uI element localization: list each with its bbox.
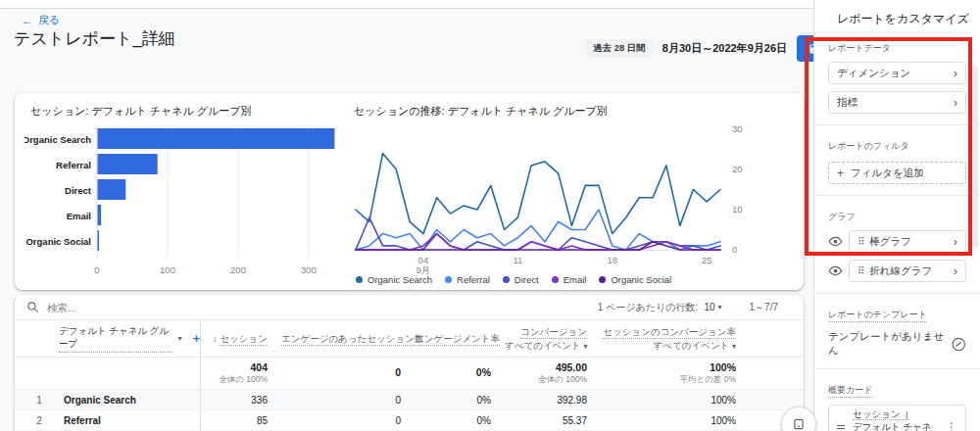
metric-column-header[interactable]: コンバージョンすべてのイベント ▾ xyxy=(505,325,601,353)
bar-category-label: Direct xyxy=(65,185,92,196)
legend-item[interactable]: Direct xyxy=(503,274,539,285)
dimensions-button[interactable]: ディメンション › xyxy=(828,62,966,84)
table-row[interactable]: 1Organic Search33600%392.98100% xyxy=(15,390,804,410)
graph-section-label: グラフ xyxy=(828,211,966,223)
report-data-section-label: レポートデータ xyxy=(828,42,966,55)
row-metric-value: 85 xyxy=(201,415,281,426)
line-series-organic-search[interactable] xyxy=(356,154,720,234)
line-chart-legend: Organic SearchReferralDirectEmailOrganic… xyxy=(356,274,671,285)
line-x-tick: 25 xyxy=(702,255,712,265)
caret-down-icon: ▾ xyxy=(732,342,736,351)
metric-column-sublabel: すべてのイベント ▾ xyxy=(601,339,736,353)
charts-card: セッション: デフォルト チャネル グループ別 セッションの推移: デフォルト … xyxy=(15,93,804,290)
customize-panel-title-text: レポートをカスタマイズ xyxy=(837,11,969,27)
metric-column-header[interactable]: エンゲージメント率 xyxy=(415,332,505,346)
table-header-row: デフォルト チャネル グループ ▾ + ↓ セッションエンゲージのあったセッショ… xyxy=(15,320,804,358)
row-number: 1 xyxy=(15,395,64,406)
back-label: 戻る xyxy=(38,13,60,27)
dimension-column-header[interactable]: デフォルト チャネル グループ ▾ + xyxy=(15,320,201,357)
bar-graph-label: 棒グラフ xyxy=(869,235,947,249)
totals-subvalue: 全体の 100% xyxy=(201,374,268,385)
row-metric-value: 392.98 xyxy=(505,395,601,406)
legend-label: Referral xyxy=(457,274,490,285)
date-range-text[interactable]: 8月30日～2022年9月26日 xyxy=(662,41,787,56)
legend-item[interactable]: Referral xyxy=(445,274,490,285)
legend-dot xyxy=(356,276,363,283)
drag-icon[interactable] xyxy=(835,421,847,431)
bar-direct[interactable] xyxy=(98,179,126,200)
totals-value: 100% xyxy=(601,361,736,375)
table-row[interactable]: 2Referral8500%55.37100% xyxy=(15,410,804,431)
add-dimension-button[interactable]: + xyxy=(192,331,200,346)
legend-dot xyxy=(599,276,606,283)
bar-graph-row: ⠿ 棒グラフ › xyxy=(828,230,966,253)
table-card: 1 ページあたりの行数: 10 ▾ 1～7/7 デフォルト チャネル グループ … xyxy=(15,295,804,431)
page-title: テストレポート_詳細 xyxy=(14,27,175,50)
row-metric-value: 0 xyxy=(281,415,415,426)
line-series-email[interactable] xyxy=(356,234,720,250)
rows-per-page-label: 1 ページあたりの行数: xyxy=(598,301,699,314)
dimensions-label: ディメンション xyxy=(837,67,954,80)
line-graph-row: ⠿ 折れ線グラフ › xyxy=(828,260,966,282)
totals-cell: 0% xyxy=(415,366,505,380)
row-channel-name: Organic Search xyxy=(64,395,136,406)
summary-card-line2: デフォルト チャネル グ… ） xyxy=(853,421,931,431)
metric-column-header[interactable]: エンゲージのあったセッション数 xyxy=(281,332,415,346)
bar-referral[interactable] xyxy=(98,154,158,174)
metrics-button[interactable]: 指標 › xyxy=(828,91,966,114)
customize-panel: レポートをカスタマイズ レポートデータ ディメンション › 指標 › レポートの… xyxy=(813,0,980,431)
line-chart[interactable]: 0102030049月111825 xyxy=(346,120,789,275)
row-metric-value: 100% xyxy=(601,395,750,406)
totals-value: 0 xyxy=(281,366,401,380)
rows-per-page-select[interactable]: 10 ▾ xyxy=(704,302,721,312)
chevron-right-icon: › xyxy=(954,67,957,79)
drag-handle-icon[interactable]: ⠿ xyxy=(858,236,863,247)
bar-category-label: Referral xyxy=(56,160,91,170)
legend-item[interactable]: Organic Social xyxy=(599,274,671,285)
row-dimension-cell: 2Referral xyxy=(15,410,201,430)
bar-organic-search[interactable] xyxy=(98,128,335,149)
legend-dot xyxy=(445,276,452,283)
search-icon xyxy=(26,301,39,313)
metric-column-header[interactable]: ↓ セッション xyxy=(201,332,281,346)
template-section-label[interactable]: レポートのテンプレート xyxy=(828,309,927,322)
legend-label: Organic Search xyxy=(368,274,432,285)
line-graph-button[interactable]: ⠿ 折れ線グラフ › xyxy=(849,260,966,282)
plus-icon: + xyxy=(837,167,844,180)
summary-card-section-label[interactable]: 概要カード xyxy=(828,384,872,398)
legend-item[interactable]: Email xyxy=(552,274,587,285)
metric-column-sublabel: すべてのイベント ▾ xyxy=(505,339,587,353)
totals-cell: 495.00全体の 100% xyxy=(505,361,601,386)
eye-icon[interactable] xyxy=(828,234,843,249)
date-range-chip[interactable]: 過去 28 日間 xyxy=(586,39,653,58)
search-input[interactable] xyxy=(47,302,243,313)
feedback-icon xyxy=(792,417,806,431)
bar-organic-social[interactable] xyxy=(98,230,100,251)
legend-label: Email xyxy=(564,274,587,285)
row-metric-value: 336 xyxy=(201,395,281,406)
metric-column-label: セッションのコンバージョン率 xyxy=(603,326,736,339)
scrollbar-thumb[interactable] xyxy=(972,67,978,248)
legend-dot xyxy=(503,276,510,283)
metric-column-header[interactable]: セッションのコンバージョン率すべてのイベント ▾ xyxy=(601,325,750,353)
add-filter-button[interactable]: + フィルタを追加 xyxy=(828,162,966,184)
more-vertical-icon[interactable]: ⋮ xyxy=(944,420,959,431)
line-x-tick: 18 xyxy=(607,255,617,265)
row-metric-value: 55.37 xyxy=(505,415,601,426)
line-x-tick: 11 xyxy=(513,255,522,265)
back-link[interactable]: ← 戻る xyxy=(22,13,60,27)
row-metric-value: 0 xyxy=(281,395,415,406)
link-off-icon[interactable] xyxy=(951,336,966,353)
legend-item[interactable]: Organic Search xyxy=(356,274,432,285)
drag-handle-icon[interactable]: ⠿ xyxy=(858,265,863,276)
bar-email[interactable] xyxy=(98,205,102,225)
eye-icon[interactable] xyxy=(828,263,843,278)
bar-graph-button[interactable]: ⠿ 棒グラフ › xyxy=(849,230,966,253)
summary-card-button[interactable]: セッション（ デフォルト チャネル グ… ） ⋮ xyxy=(828,405,966,431)
dimension-column-label: デフォルト チャネル グループ xyxy=(59,325,172,353)
table-search-row: 1 ページあたりの行数: 10 ▾ 1～7/7 xyxy=(15,295,804,320)
metric-column-label: エンゲージのあったセッション数 xyxy=(281,333,423,346)
line-y-tick: 10 xyxy=(732,204,743,215)
bar-chart[interactable]: 0100200300Organic SearchReferralDirectEm… xyxy=(24,120,348,283)
feedback-fab[interactable] xyxy=(781,407,816,431)
